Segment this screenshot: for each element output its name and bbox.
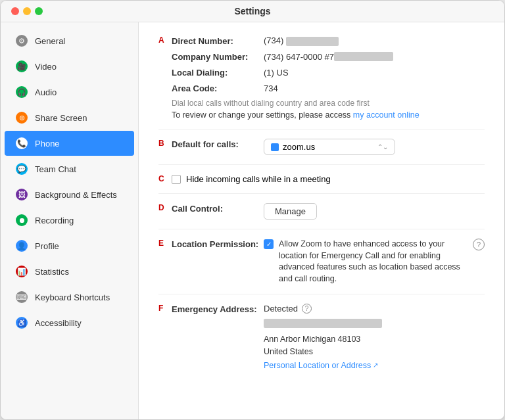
section-a-label: A bbox=[158, 35, 168, 45]
section-e-row: E Location Permission: ✓ Allow Zoom to h… bbox=[158, 239, 485, 294]
area-code-value: 734 bbox=[264, 83, 278, 93]
dropdown-inner: zoom.us bbox=[271, 142, 315, 152]
detected-label: Detected bbox=[264, 304, 298, 314]
sidebar-item-statistics[interactable]: 📊 Statistics bbox=[5, 259, 134, 284]
keyboard-icon: ⌨ bbox=[15, 291, 28, 304]
sidebar-label-general: General bbox=[35, 36, 65, 46]
sidebar-item-share-screen[interactable]: ⊕ Share Screen bbox=[5, 105, 134, 130]
company-number-redacted bbox=[334, 52, 393, 61]
section-c-label: C bbox=[158, 174, 168, 183]
sidebar-item-general[interactable]: ⚙ General bbox=[5, 28, 134, 53]
sidebar-item-phone[interactable]: 📞 Phone bbox=[5, 131, 134, 156]
direct-number-row: Direct Number: (734) bbox=[172, 35, 485, 46]
sidebar-label-accessibility: Accessibility bbox=[35, 318, 82, 328]
section-b-label: B bbox=[158, 139, 168, 148]
default-calls-dropdown[interactable]: zoom.us ⌃⌄ bbox=[264, 139, 395, 155]
sidebar-item-background-effects[interactable]: 🖼 Background & Effects bbox=[5, 182, 134, 207]
content-area: ⚙ General 🎥 Video 🎧 Audio ⊕ bbox=[1, 22, 504, 419]
local-dialing-value: (1) US bbox=[264, 68, 289, 78]
review-row: To review or change your settings, pleas… bbox=[172, 110, 485, 120]
share-icon: ⊕ bbox=[15, 111, 28, 124]
audio-icon: 🎧 bbox=[15, 85, 28, 99]
sidebar-label-audio: Audio bbox=[35, 87, 57, 97]
section-d-label: D bbox=[158, 203, 168, 212]
section-f-row: F Emergency Address: Detected ? Ann Arbo… bbox=[158, 304, 485, 379]
detected-info-icon[interactable]: ? bbox=[302, 304, 312, 314]
company-number-label: Company Number: bbox=[172, 51, 264, 62]
profile-icon: 👤 bbox=[15, 239, 28, 252]
sidebar-item-recording[interactable]: ⏺ Recording bbox=[5, 208, 134, 233]
recording-icon: ⏺ bbox=[15, 214, 28, 227]
chevron-down-icon: ⌃⌄ bbox=[377, 143, 388, 151]
area-code-row: Area Code: 734 bbox=[172, 83, 485, 93]
zoom-dot-icon bbox=[271, 143, 279, 151]
direct-number-label: Direct Number: bbox=[172, 35, 264, 46]
sidebar-label-chat: Team Chat bbox=[35, 164, 76, 174]
section-f-content: Emergency Address: Detected ? Ann Arbor … bbox=[172, 304, 485, 370]
company-number-value: (734) 647-0000 #7 bbox=[264, 52, 393, 62]
sidebar-label-share: Share Screen bbox=[35, 113, 87, 123]
title-bar: Settings bbox=[1, 1, 504, 22]
hide-calls-row: Hide incoming calls while in a meeting bbox=[172, 174, 331, 184]
direct-number-value: (734) bbox=[264, 35, 339, 46]
section-d-row: D Call Control: Manage bbox=[158, 203, 485, 229]
sidebar-label-phone: Phone bbox=[35, 139, 60, 149]
access-icon: ♿ bbox=[15, 316, 28, 329]
area-code-label: Area Code: bbox=[172, 83, 264, 93]
hide-calls-label: Hide incoming calls while in a meeting bbox=[186, 174, 331, 184]
sidebar-item-keyboard-shortcuts[interactable]: ⌨ Keyboard Shortcuts bbox=[5, 285, 134, 310]
phone-icon: 📞 bbox=[15, 137, 28, 150]
sidebar-item-profile[interactable]: 👤 Profile bbox=[5, 233, 134, 258]
sidebar-label-video: Video bbox=[35, 62, 57, 72]
section-b-row: B Default for calls: zoom.us ⌃⌄ bbox=[158, 139, 485, 165]
section-d-content: Call Control: Manage bbox=[172, 203, 485, 220]
address-redacted-bar bbox=[264, 319, 382, 328]
location-text: Allow Zoom to have enhanced access to yo… bbox=[279, 239, 473, 285]
sidebar-label-recording: Recording bbox=[35, 216, 74, 225]
stats-icon: 📊 bbox=[15, 265, 28, 278]
window-title: Settings bbox=[234, 6, 270, 16]
location-permission-label: Location Permission: bbox=[172, 239, 264, 249]
manage-button[interactable]: Manage bbox=[264, 203, 317, 220]
location-checkbox[interactable]: ✓ bbox=[264, 239, 274, 249]
main-panel: A Direct Number: (734) Company Number: bbox=[139, 22, 504, 419]
section-e-content: Location Permission: ✓ Allow Zoom to hav… bbox=[172, 239, 485, 285]
settings-window: Settings ⚙ General 🎥 Video 🎧 Au bbox=[0, 0, 505, 420]
close-button[interactable] bbox=[11, 7, 19, 15]
direct-number-redacted bbox=[286, 37, 339, 46]
sidebar-item-video[interactable]: 🎥 Video bbox=[5, 54, 134, 79]
section-c-row: C Hide incoming calls while in a meeting bbox=[158, 174, 485, 194]
section-a-content: Direct Number: (734) Company Number: (73… bbox=[172, 35, 485, 120]
call-control-label: Call Control: bbox=[172, 203, 264, 214]
external-link-icon: ↗ bbox=[373, 362, 378, 369]
minimize-button[interactable] bbox=[23, 7, 31, 15]
sidebar-label-stats: Statistics bbox=[35, 267, 69, 277]
location-help-icon[interactable]: ? bbox=[473, 239, 485, 250]
local-dialing-row: Local Dialing: (1) US bbox=[172, 67, 485, 78]
default-calls-value: zoom.us bbox=[283, 142, 315, 152]
default-calls-label: Default for calls: bbox=[172, 139, 264, 149]
sidebar-label-bg: Background & Effects bbox=[35, 190, 117, 200]
section-c-content: Hide incoming calls while in a meeting bbox=[172, 174, 485, 184]
sidebar-item-audio[interactable]: 🎧 Audio bbox=[5, 80, 134, 105]
address-line1: Ann Arbor Michigan 48103 United States bbox=[264, 333, 382, 358]
personal-location-link[interactable]: Personal Location or Address ↗ bbox=[264, 361, 382, 370]
sidebar-item-team-chat[interactable]: 💬 Team Chat bbox=[5, 156, 134, 181]
sidebar-item-accessibility[interactable]: ♿ Accessibility bbox=[5, 310, 134, 335]
section-e-label: E bbox=[158, 239, 168, 248]
sidebar-label-keyboard: Keyboard Shortcuts bbox=[35, 292, 110, 302]
maximize-button[interactable] bbox=[35, 7, 43, 15]
my-account-link[interactable]: my account online bbox=[353, 110, 420, 120]
local-dialing-label: Local Dialing: bbox=[172, 67, 264, 78]
video-icon: 🎥 bbox=[15, 60, 28, 73]
section-a-row: A Direct Number: (734) Company Number: bbox=[158, 35, 485, 129]
section-f-label: F bbox=[158, 304, 168, 313]
gear-icon: ⚙ bbox=[15, 34, 28, 47]
chat-icon: 💬 bbox=[15, 162, 28, 175]
bg-icon: 🖼 bbox=[15, 188, 28, 201]
dial-hint: Dial local calls without dialing country… bbox=[172, 99, 485, 108]
section-b-content: Default for calls: zoom.us ⌃⌄ bbox=[172, 139, 485, 155]
review-text: To review or change your settings, pleas… bbox=[172, 110, 350, 120]
hide-calls-checkbox[interactable] bbox=[172, 175, 181, 184]
sidebar: ⚙ General 🎥 Video 🎧 Audio ⊕ bbox=[1, 22, 139, 419]
